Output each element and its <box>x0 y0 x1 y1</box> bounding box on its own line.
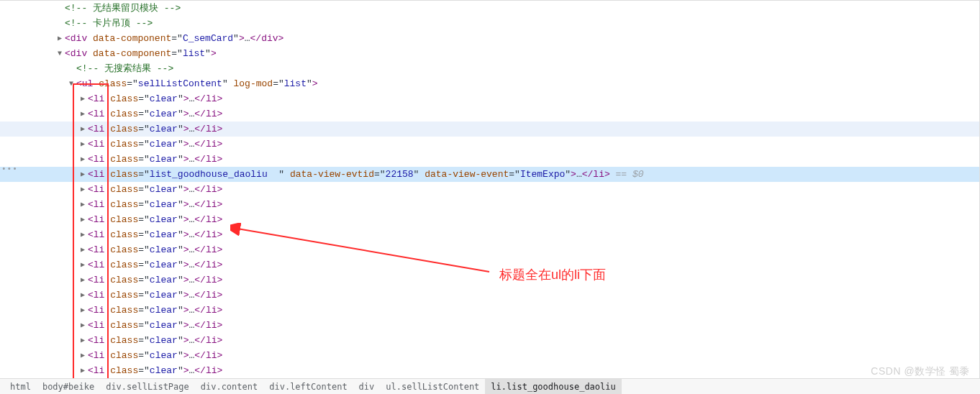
breadcrumb-path: htmlbody#beikediv.sellListPagediv.conten… <box>0 378 980 394</box>
li-clear-row[interactable]: <li class="clear">…</li> <box>0 257 980 272</box>
annotation-text: 标题全在ul的li下面 <box>499 266 606 283</box>
collapse-icon[interactable] <box>79 167 86 182</box>
gutter-indicator: ••• <box>1 165 18 173</box>
collapse-icon[interactable] <box>79 303 86 318</box>
collapse-icon[interactable] <box>56 31 63 46</box>
expand-icon[interactable] <box>68 76 75 91</box>
collapse-icon[interactable] <box>79 272 86 288</box>
li-clear-row[interactable]: <li class="clear">…</li> <box>0 106 980 122</box>
li-clear-row[interactable]: <li class="clear">…</li> <box>0 212 980 227</box>
comment-row[interactable]: <!-- 无结果留贝模块 --> <box>0 1 980 16</box>
collapse-icon[interactable] <box>79 212 86 227</box>
collapse-icon[interactable] <box>79 182 86 197</box>
collapse-icon[interactable] <box>79 137 86 152</box>
breadcrumb-item[interactable]: body#beike <box>37 379 100 394</box>
li-goodhouse-row[interactable]: <li class="list_goodhouse_daoliu " data-… <box>0 167 980 182</box>
collapse-icon[interactable] <box>79 257 86 272</box>
collapse-icon[interactable] <box>79 106 86 122</box>
li-clear-row[interactable]: <li class="clear">…</li> <box>0 318 980 333</box>
li-clear-row[interactable]: <li class="clear">…</li> <box>0 363 980 378</box>
comment-row[interactable]: <!-- 卡片吊顶 --> <box>0 16 980 31</box>
li-clear-row[interactable]: <li class="clear">…</li> <box>0 197 980 212</box>
collapse-icon[interactable] <box>79 333 86 348</box>
breadcrumb-item[interactable]: div.leftContent <box>263 379 353 394</box>
comment-row[interactable]: <!-- 无搜索结果 --> <box>0 61 980 76</box>
breadcrumb-item[interactable]: div.content <box>195 379 263 394</box>
div-list-row[interactable]: <div data-component="list"> <box>0 46 980 61</box>
collapse-icon[interactable] <box>79 348 86 363</box>
collapse-icon[interactable] <box>79 152 86 167</box>
li-clear-row[interactable]: <li class="clear">…</li> <box>0 182 980 197</box>
ul-row[interactable]: <ul class="sellListContent" log-mod="lis… <box>0 76 980 91</box>
collapse-icon[interactable] <box>79 242 86 257</box>
collapse-icon[interactable] <box>79 363 86 378</box>
dom-tree: <!-- 无结果留贝模块 --><!-- 卡片吊顶 --><div data-c… <box>0 1 980 393</box>
breadcrumb-item[interactable]: div.sellListPage <box>100 379 195 394</box>
li-clear-row[interactable]: <li class="clear">…</li> <box>0 303 980 318</box>
li-clear-row[interactable]: <li class="clear">…</li> <box>0 137 980 152</box>
watermark: CSDN @数学怪 蜀黍 <box>871 365 970 378</box>
collapse-icon[interactable] <box>79 91 86 106</box>
breadcrumb-item[interactable]: html <box>4 379 37 394</box>
collapse-icon[interactable] <box>79 122 86 137</box>
li-clear-row[interactable]: <li class="clear">…</li> <box>0 333 980 348</box>
li-clear-row[interactable]: <li class="clear">…</li> <box>0 242 980 257</box>
li-clear-row[interactable]: <li class="clear">…</li> <box>0 91 980 106</box>
breadcrumb-item[interactable]: li.list_goodhouse_daoliu <box>485 379 621 394</box>
collapse-icon[interactable] <box>79 318 86 333</box>
li-clear-row[interactable]: <li class="clear">…</li> <box>0 122 980 137</box>
div-semcard-row[interactable]: <div data-component="C_semCard">…</div> <box>0 31 980 46</box>
li-clear-row[interactable]: <li class="clear">…</li> <box>0 227 980 242</box>
expand-icon[interactable] <box>56 46 63 61</box>
li-clear-row[interactable]: <li class="clear">…</li> <box>0 152 980 167</box>
collapse-icon[interactable] <box>79 288 86 303</box>
li-clear-row[interactable]: <li class="clear">…</li> <box>0 288 980 303</box>
collapse-icon[interactable] <box>79 197 86 212</box>
li-clear-row[interactable]: <li class="clear">…</li> <box>0 348 980 363</box>
li-clear-row[interactable]: <li class="clear">…</li> <box>0 272 980 288</box>
breadcrumb-item[interactable]: div <box>353 379 381 394</box>
breadcrumb-item[interactable]: ul.sellListContent <box>380 379 485 394</box>
collapse-icon[interactable] <box>79 227 86 242</box>
